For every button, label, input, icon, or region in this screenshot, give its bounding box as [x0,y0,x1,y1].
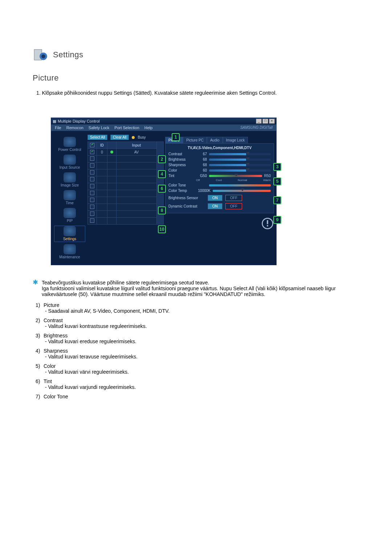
menu-file[interactable]: File [55,126,61,130]
sidebar-item-image[interactable]: Image Size [54,172,85,188]
row-checkbox[interactable] [90,163,94,168]
sidebar-item-time[interactable]: Time [54,190,85,206]
page-header: Settings [33,15,359,62]
table-row[interactable] [88,176,164,183]
row-checkbox[interactable] [90,205,94,209]
slider-brightness[interactable] [209,159,271,161]
value-color: 60 [196,168,207,172]
callout-7: 7 [273,196,281,204]
label-color-temp: Color Temp [168,189,194,193]
slider-color-temp[interactable] [213,190,271,192]
callout-3: 3 [273,163,281,171]
menu-safety-lock[interactable]: Safety Lock [89,126,109,130]
table-row[interactable] [88,211,164,218]
table-row[interactable] [88,197,164,204]
row-checkbox[interactable] [90,150,94,154]
label-sharpness: Sharpness [168,163,194,167]
minimize-button[interactable]: _ [256,119,262,124]
value-contrast: 67 [196,152,207,156]
table-row[interactable]: 0 AV [88,149,164,156]
label-brightness: Brightness [168,157,194,161]
slider-sharpness[interactable] [209,164,271,166]
col-input: Input [117,142,157,149]
table-row[interactable] [88,163,164,169]
dynamic-contrast-on-button[interactable]: ON [208,203,222,209]
sidebar-item-input[interactable]: Input Source [54,155,85,170]
row-checkbox[interactable] [90,212,94,216]
input-icon [64,155,76,165]
menu-port-selection[interactable]: Port Selection [114,126,139,130]
clear-all-button[interactable]: Clear All [110,135,129,140]
page-title: Settings [53,50,83,59]
brightness-sensor-on-button[interactable]: ON [208,195,222,201]
value-tint-g: G50 [196,174,207,178]
note-block: ✱ Teabevõrgustikus kuvatakse põhiline sä… [33,280,359,297]
row-checkbox[interactable] [90,156,94,161]
label-brightness-sensor: Brightness Sensor [168,196,205,200]
sidebar-item-power[interactable]: Power Control [54,137,85,152]
row-checkbox[interactable] [90,218,94,223]
tab-image-lock[interactable]: Image Lock [223,137,248,143]
sidebar-item-pip[interactable]: PIP [54,208,85,223]
image-icon [64,172,76,182]
row-checkbox[interactable] [90,184,94,188]
table-row[interactable] [88,156,164,163]
slider-contrast[interactable] [209,153,271,155]
star-icon: ✱ [33,280,38,297]
row-checkbox[interactable] [90,177,94,181]
note-line-2: Iga funktsiooni valimisel kuvatakse liig… [42,286,359,297]
row-checkbox[interactable] [90,198,94,202]
callout-4: 4 [158,170,166,178]
menu-help[interactable]: Help [144,126,153,130]
label-color-tone: Color Tone [168,183,194,187]
tab-picture-pc[interactable]: Picture PC [183,137,207,143]
maintenance-icon [64,244,76,254]
maximize-button[interactable]: □ [262,119,268,124]
header-checkbox[interactable] [90,143,94,147]
table-row[interactable] [88,183,164,190]
row-checkbox[interactable] [90,191,94,195]
callout-8: 8 [158,206,166,214]
display-table: ID Input 0 AV [87,141,164,225]
cell-input: AV [117,149,157,156]
sidebar-item-maintenance[interactable]: Maintenance [54,244,85,260]
sidebar-item-settings[interactable]: Settings [54,226,85,242]
table-row[interactable] [88,204,164,211]
cell-id: 0 [97,149,107,156]
callout-1: 1 [172,133,180,141]
svg-rect-5 [267,225,268,227]
select-all-button[interactable]: Select All [87,135,107,140]
picture-panel: TV,AV,S-Video,Component,HDMI,DTV 2 Contr… [165,143,274,213]
label-dynamic-contrast: Dynamic Contrast [168,204,205,208]
table-row[interactable] [88,218,164,225]
slider-tint[interactable] [209,175,262,177]
close-button[interactable]: × [269,119,275,124]
table-row[interactable] [88,169,164,176]
row-checkbox[interactable] [90,170,94,175]
svg-rect-4 [267,220,268,224]
value-brightness: 68 [196,157,207,161]
menu-remocon[interactable]: Remocon [66,126,83,130]
brand-label: SAMSUNG DIGITall [240,126,273,130]
svg-point-2 [41,54,45,58]
pip-icon [64,208,76,218]
app-window: ▦ Multiple Display Control _ □ × File Re… [51,118,277,265]
tab-audio[interactable]: Audio [207,137,223,143]
value-color-temp: 10000K [196,189,211,193]
busy-label: Busy [138,135,146,139]
titlebar: ▦ Multiple Display Control _ □ × [51,118,276,124]
value-tint-r: R50 [264,174,271,178]
label-tint: Tint [168,174,194,178]
dynamic-contrast-off-button[interactable]: OFF [225,203,242,209]
callout-2: 2 [158,155,166,163]
busy-indicator-icon [132,136,135,139]
slider-color[interactable] [209,169,271,172]
callout-5: 5 [273,177,281,185]
warning-icon [261,217,274,230]
brightness-sensor-off-button[interactable]: OFF [225,195,242,201]
table-row[interactable] [88,190,164,197]
status-dot-icon [110,151,113,153]
label-color: Color [168,168,194,172]
slider-color-tone[interactable] [209,184,271,186]
intro-text: 1. Klõpsake põhiikoonidest nuppu Setting… [36,90,359,96]
